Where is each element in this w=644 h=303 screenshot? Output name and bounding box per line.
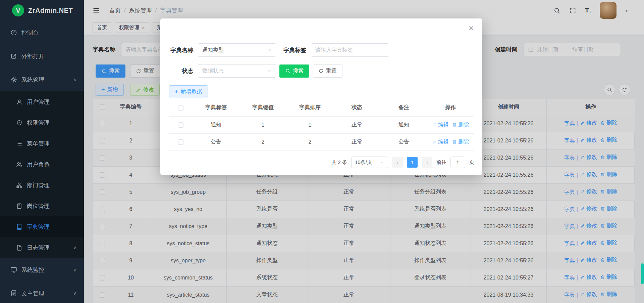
cell-remark: 通知 — [380, 116, 427, 133]
dialog-status-select[interactable]: 数据状态 — [198, 64, 276, 78]
dialog-search-button[interactable]: 搜索 — [279, 64, 309, 78]
dialog-row-edit-label: 编辑 — [438, 121, 449, 128]
page-size-value: 10条/页 — [355, 159, 372, 166]
dialog-status-label: 状态 — [169, 67, 193, 75]
page-size-select[interactable]: 10条/页 — [351, 157, 388, 168]
dialog-dict-label-input[interactable] — [311, 43, 389, 57]
column-remark: 备注 — [380, 99, 427, 116]
dialog-row-delete-label: 删除 — [458, 138, 469, 145]
close-icon[interactable]: × — [469, 24, 474, 33]
dialog-row-delete-link[interactable]: 删除 — [452, 138, 469, 145]
cell-dict-value: 1 — [239, 116, 286, 133]
goto-page-input[interactable] — [450, 157, 465, 168]
goto-unit: 页 — [469, 159, 474, 166]
prev-icon: ‹ — [396, 159, 399, 166]
column-status: 状态 — [333, 99, 380, 116]
dialog-row-checkbox[interactable] — [178, 139, 183, 145]
scrollbar-thumb[interactable] — [641, 263, 644, 284]
plus-icon: + — [175, 88, 178, 94]
dialog-row-delete-label: 删除 — [458, 121, 469, 128]
cell-dict-value: 2 — [239, 133, 286, 150]
cell-dict-sort: 1 — [286, 116, 333, 133]
dialog-row-edit-link[interactable]: 编辑 — [432, 138, 449, 145]
dialog-row-edit-link[interactable]: 编辑 — [432, 121, 449, 128]
dialog-select-all-checkbox[interactable] — [178, 105, 183, 111]
page-number: 1 — [411, 160, 414, 165]
prev-page-button[interactable]: ‹ — [392, 157, 403, 168]
dialog-row-delete-link[interactable]: 删除 — [452, 121, 469, 128]
dialog-search-label: 搜索 — [293, 68, 304, 75]
dialog-dict-name-label: 字典名称 — [169, 46, 193, 54]
dialog-dict-name-select[interactable]: 通知类型 — [198, 43, 276, 57]
dialog-reset-button[interactable]: 重置 — [313, 64, 342, 78]
pagination-total: 共 2 条 — [331, 159, 347, 166]
pagination: 共 2 条 10条/页 ‹ 1 › 前往 页 — [331, 157, 474, 168]
cell-status: 正常 — [333, 116, 380, 133]
dialog-dict-name-value: 通知类型 — [202, 47, 224, 54]
dialog-form-row-2: 状态 数据状态 搜索 重置 — [169, 64, 342, 78]
app-root: V ZrAdmin.NET 控制台 外部打开 系统管理 ∧ 用户管理 — [0, 0, 644, 303]
dialog-row-edit-label: 编辑 — [438, 138, 449, 145]
cell-dict-sort: 2 — [286, 133, 333, 150]
dialog-dict-label-label: 字典标签 — [282, 46, 306, 54]
dialog-table-row: 公告 2 2 正常 公告 编辑删除 — [169, 133, 474, 150]
cell-status: 正常 — [333, 133, 380, 150]
next-page-button[interactable]: › — [422, 157, 432, 168]
column-dict-value: 字典键值 — [239, 99, 286, 116]
dialog-form-row-1: 字典名称 通知类型 字典标签 — [169, 43, 389, 57]
cell-remark: 公告 — [380, 133, 427, 150]
dialog-row-checkbox[interactable] — [178, 122, 183, 128]
dict-data-table: 字典标签 字典键值 字典排序 状态 备注 操作 通知 1 — [169, 99, 474, 151]
column-ops: 操作 — [427, 99, 474, 116]
dialog-table-header-row: 字典标签 字典键值 字典排序 状态 备注 操作 — [169, 99, 474, 116]
page-scrollbar — [641, 0, 644, 303]
goto-label: 前往 — [436, 159, 446, 166]
dict-data-dialog: × 字典名称 通知类型 字典标签 状态 数据状态 搜索 重置 +新增数 — [160, 18, 482, 175]
next-icon: › — [426, 159, 428, 166]
dialog-status-placeholder: 数据状态 — [202, 68, 224, 75]
dialog-add-data-label: 新增数据 — [181, 88, 202, 95]
column-dict-label: 字典标签 — [193, 99, 239, 116]
dialog-add-data-button[interactable]: +新增数据 — [169, 85, 208, 97]
cell-dict-label: 公告 — [193, 133, 239, 150]
cell-dict-label: 通知 — [193, 116, 239, 133]
column-dict-sort: 字典排序 — [286, 99, 333, 116]
dialog-reset-label: 重置 — [326, 68, 337, 75]
dialog-table-row: 通知 1 1 正常 通知 编辑删除 — [169, 116, 474, 133]
page-number-button[interactable]: 1 — [407, 157, 418, 168]
